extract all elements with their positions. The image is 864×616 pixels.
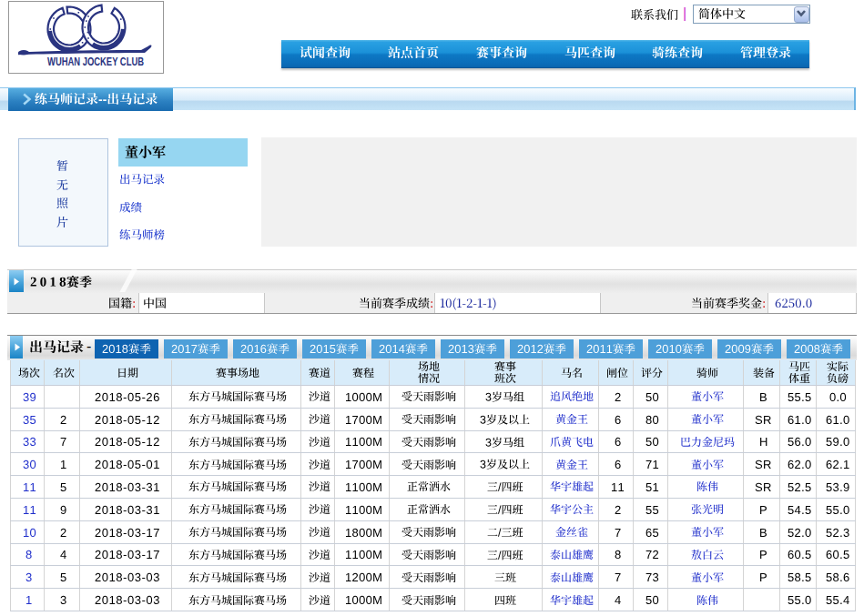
- svg-text:WUHAN JOCKEY CLUB: WUHAN JOCKEY CLUB: [47, 56, 144, 68]
